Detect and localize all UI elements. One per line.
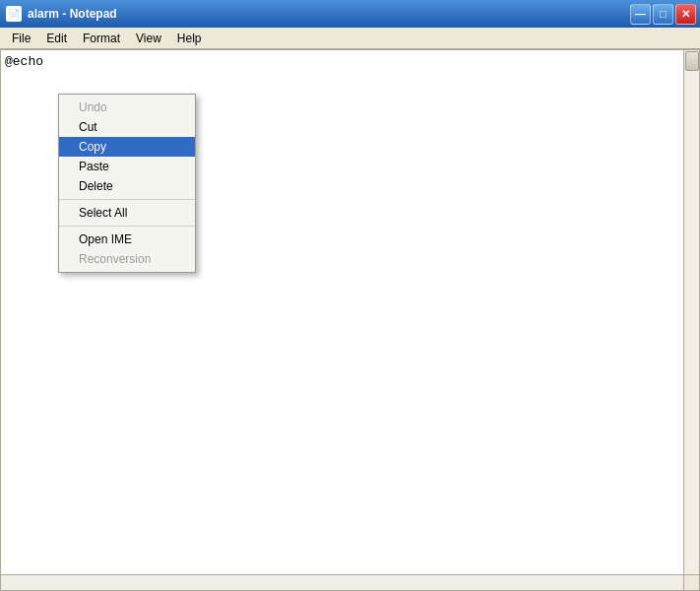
menu-format[interactable]: Format	[75, 30, 128, 47]
vertical-scrollbar-thumb[interactable]	[685, 51, 699, 71]
menu-view[interactable]: View	[128, 30, 169, 47]
title-buttons: — □ ✕	[630, 4, 696, 25]
context-menu-copy[interactable]: Copy	[59, 137, 195, 157]
title-bar: 📄 alarm - Notepad — □ ✕	[0, 0, 700, 28]
context-menu: Undo Cut Copy Paste Delete Select All Op…	[58, 94, 196, 273]
menu-bar: File Edit Format View Help	[0, 28, 700, 49]
context-menu-delete[interactable]: Delete	[59, 176, 195, 196]
editor-content: @echo	[5, 54, 51, 69]
menu-help[interactable]: Help	[169, 30, 210, 47]
maximize-button[interactable]: □	[653, 4, 673, 25]
context-menu-open-ime[interactable]: Open IME	[59, 230, 195, 249]
context-menu-paste[interactable]: Paste	[59, 157, 195, 176]
context-menu-separator-1	[59, 199, 195, 200]
context-menu-cut[interactable]: Cut	[59, 117, 195, 137]
scroll-corner	[683, 574, 699, 590]
menu-file[interactable]: File	[4, 30, 38, 47]
context-menu-select-all[interactable]: Select All	[59, 203, 195, 223]
minimize-button[interactable]: —	[630, 4, 651, 25]
close-button[interactable]: ✕	[675, 4, 696, 25]
context-menu-undo[interactable]: Undo	[59, 98, 195, 117]
menu-edit[interactable]: Edit	[38, 30, 75, 47]
window-title: alarm - Notepad	[28, 7, 117, 21]
context-menu-reconversion[interactable]: Reconversion	[59, 249, 195, 269]
horizontal-scrollbar[interactable]	[1, 574, 683, 590]
app-icon: 📄	[6, 6, 22, 22]
context-menu-separator-2	[59, 226, 195, 227]
title-bar-left: 📄 alarm - Notepad	[6, 6, 117, 22]
vertical-scrollbar[interactable]	[683, 50, 699, 574]
editor-container[interactable]: @echo Undo Cut Copy Paste Delete Select …	[0, 49, 700, 591]
